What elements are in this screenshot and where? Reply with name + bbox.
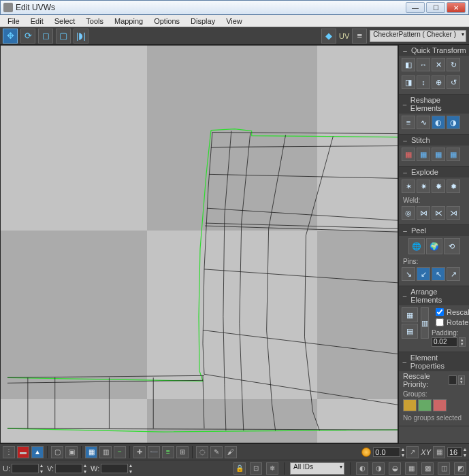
select-edge-icon[interactable]: ▬ <box>17 446 29 458</box>
align-left-icon[interactable]: ◧ <box>402 58 415 71</box>
mirror-tool-button[interactable]: |◗| <box>74 29 88 44</box>
soft-sel-icon[interactable]: ◌ <box>196 446 208 458</box>
render-1-icon[interactable]: ◐ <box>356 462 368 475</box>
group-3-button[interactable] <box>433 399 447 411</box>
explode-3-icon[interactable]: ✸ <box>432 180 445 193</box>
flip-h-icon[interactable]: ◨ <box>402 75 415 89</box>
bg-1-icon[interactable]: ▦ <box>405 462 417 475</box>
weld-3-icon[interactable]: ⋊ <box>447 206 460 220</box>
rotate-ccw-icon[interactable]: ↺ <box>447 75 460 89</box>
pack-1-icon[interactable]: ▦ <box>402 307 418 322</box>
stitch-3-icon[interactable]: ▦ <box>432 148 445 161</box>
select-face-icon[interactable]: ▲ <box>31 446 44 458</box>
brush-icon[interactable]: 🖌 <box>225 446 237 458</box>
pack-big-icon[interactable]: ▥ <box>421 307 429 339</box>
ids-dropdown[interactable]: All IDs <box>290 462 344 475</box>
axis-toggle-icon[interactable]: ↗ <box>406 446 419 458</box>
align-right-icon[interactable]: ✕ <box>432 58 445 71</box>
scale-tool-button[interactable]: ◻ <box>38 29 53 44</box>
grow-icon[interactable]: ✚ <box>133 446 146 458</box>
rotate-checkbox[interactable]: Rotate <box>432 318 469 327</box>
menu-options[interactable]: Options <box>149 16 184 26</box>
loop-icon[interactable]: ⊞ <box>176 446 189 458</box>
straighten-icon[interactable]: ≡ <box>402 116 415 129</box>
paint-sel-icon[interactable]: ✎ <box>210 446 223 458</box>
group-2-button[interactable] <box>418 399 432 411</box>
group-1-button[interactable] <box>403 399 417 411</box>
explode-4-icon[interactable]: ✹ <box>447 180 460 193</box>
pin-4-icon[interactable]: ↗ <box>447 267 460 281</box>
rollout-element-properties[interactable]: Element Properties <box>399 352 469 371</box>
mode-3-icon[interactable]: − <box>114 446 126 458</box>
ring-icon[interactable]: ≡ <box>162 446 174 458</box>
weld-2-icon[interactable]: ⋉ <box>432 206 445 220</box>
peel-2-icon[interactable]: 🌍 <box>426 238 442 254</box>
list-button[interactable]: ≡ <box>352 29 367 44</box>
w-value[interactable] <box>101 464 128 473</box>
minimize-button[interactable]: — <box>406 2 425 13</box>
snap-toggle-icon[interactable]: ⊡ <box>250 462 262 475</box>
menu-display[interactable]: Display <box>186 16 220 26</box>
move-tool-button[interactable]: ✥ <box>3 29 18 44</box>
options-button[interactable]: ◆ <box>321 29 336 44</box>
pin-2-icon[interactable]: ↙ <box>417 267 430 281</box>
rollout-explode[interactable]: Explode <box>399 167 469 177</box>
padding-value[interactable]: 0.02 <box>432 337 457 347</box>
priority-value[interactable] <box>449 375 457 385</box>
mode-2-icon[interactable]: ▥ <box>99 446 112 458</box>
freeze-icon[interactable]: ❄ <box>266 462 278 475</box>
priority-spinner[interactable]: ▴▾ <box>458 375 465 385</box>
weld-target-icon[interactable]: ◎ <box>402 206 415 220</box>
bg-3-icon[interactable]: ◫ <box>438 462 450 475</box>
rotate-cw-icon[interactable]: ↻ <box>447 58 460 71</box>
texture-dropdown[interactable]: CheckerPattern ( Checker ) <box>370 30 466 42</box>
flip-v-icon[interactable]: ↕ <box>417 75 430 89</box>
rotate-tool-button[interactable]: ⟳ <box>20 29 35 44</box>
grid-value[interactable]: 16 <box>447 447 462 457</box>
render-2-icon[interactable]: ◑ <box>372 462 385 475</box>
u-value[interactable] <box>12 464 39 473</box>
close-button[interactable]: ✕ <box>447 2 466 13</box>
rollout-reshape[interactable]: Reshape Elements <box>399 95 469 114</box>
explode-1-icon[interactable]: ✶ <box>402 180 415 193</box>
pin-3-icon[interactable]: ↖ <box>432 267 445 281</box>
pin-1-icon[interactable]: ↘ <box>402 267 415 281</box>
menu-mapping[interactable]: Mapping <box>110 16 148 26</box>
bg-2-icon[interactable]: ▩ <box>421 462 434 475</box>
rollout-stitch[interactable]: Stitch <box>399 135 469 146</box>
stitch-4-icon[interactable]: ▦ <box>447 148 460 161</box>
rollout-quick-transform[interactable]: Quick Transform <box>399 45 469 56</box>
rollout-peel[interactable]: Peel <box>399 225 469 236</box>
rescale-checkbox[interactable]: Rescale <box>432 307 469 317</box>
menu-view[interactable]: View <box>221 16 247 26</box>
menu-select[interactable]: Select <box>50 16 80 26</box>
menu-file[interactable]: File <box>3 16 25 26</box>
mode-1-icon[interactable]: ▦ <box>85 446 97 458</box>
menu-edit[interactable]: Edit <box>26 16 48 26</box>
stitch-2-icon[interactable]: ▦ <box>417 148 430 161</box>
peel-reset-icon[interactable]: ⟲ <box>444 238 460 254</box>
v-value[interactable] <box>55 464 82 473</box>
padding-spinner[interactable]: ▴▾ <box>459 337 466 347</box>
lock-icon[interactable]: 🔒 <box>233 462 246 475</box>
menu-tools[interactable]: Tools <box>81 16 108 26</box>
stitch-1-icon[interactable]: ▦ <box>402 148 415 161</box>
angle-value[interactable]: 0.0 <box>373 447 400 457</box>
select-vertex-icon[interactable]: ⋮ <box>3 446 15 458</box>
maximize-button[interactable]: ☐ <box>426 2 445 13</box>
render-3-icon[interactable]: ◒ <box>389 462 401 475</box>
bg-4-icon[interactable]: ◩ <box>454 462 466 475</box>
snap-icon[interactable]: ⊕ <box>432 75 445 89</box>
reshape-b-icon[interactable]: ◑ <box>447 116 460 129</box>
reshape-a-icon[interactable]: ◐ <box>432 116 445 129</box>
uv-viewport[interactable] <box>0 45 398 443</box>
subobj-1-icon[interactable]: ▢ <box>51 446 63 458</box>
peel-1-icon[interactable]: 🌐 <box>408 238 425 254</box>
rollout-arrange[interactable]: Arrange Elements <box>399 286 469 305</box>
explode-2-icon[interactable]: ✷ <box>417 180 430 193</box>
freeform-tool-button[interactable]: ▢ <box>56 29 71 44</box>
weld-1-icon[interactable]: ⋈ <box>417 206 430 220</box>
relax-icon[interactable]: ∿ <box>417 116 430 129</box>
subobj-2-icon[interactable]: ▣ <box>65 446 78 458</box>
align-center-icon[interactable]: ↔ <box>417 58 430 71</box>
